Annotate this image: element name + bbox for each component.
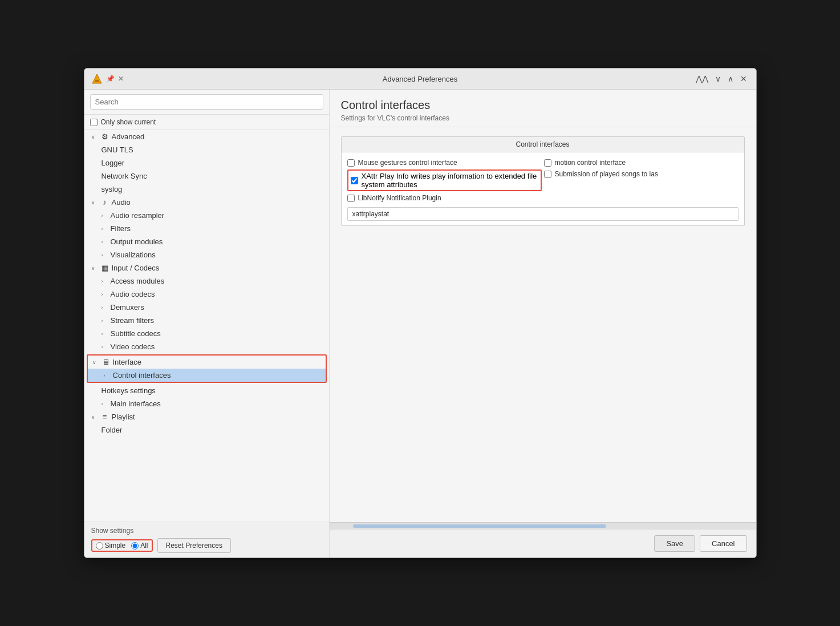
sidebar-item-advanced[interactable]: ∨ ⚙ Advanced xyxy=(84,130,329,143)
sidebar-item-label: syslog xyxy=(102,185,123,193)
submission-checkbox[interactable] xyxy=(544,171,551,178)
sidebar-item-input-codecs[interactable]: ∨ ▦ Input / Codecs xyxy=(84,261,329,274)
expand-icon: ∨ xyxy=(91,134,98,140)
sidebar-item-playlist[interactable]: ∨ ≡ Playlist xyxy=(84,410,329,423)
sidebar-item-access-modules[interactable]: › Access modules xyxy=(84,274,329,288)
sidebar-item-visualizations[interactable]: › Visualizations xyxy=(84,248,329,261)
sidebar-item-label: Audio codecs xyxy=(111,290,155,298)
sidebar-item-subtitle-codecs[interactable]: › Subtitle codecs xyxy=(84,327,329,340)
mouse-gestures-checkbox[interactable] xyxy=(347,159,355,167)
audio-icon: ♪ xyxy=(100,198,109,207)
save-button[interactable]: Save xyxy=(654,535,695,552)
radio-all-label[interactable]: All xyxy=(131,542,148,550)
sidebar-item-label: Access modules xyxy=(111,277,165,285)
submission-label: Submission of played songs to las xyxy=(555,170,658,178)
bottom-bar: Show settings Simple All Reset Preferenc… xyxy=(84,522,329,558)
sidebar-item-folder[interactable]: Folder xyxy=(84,423,329,437)
sidebar-item-label: Audio xyxy=(112,198,131,207)
radio-simple-label[interactable]: Simple xyxy=(96,542,126,550)
sidebar-item-gnu-tls[interactable]: GNU TLS xyxy=(84,143,329,156)
panel-subtitle: Settings for VLC's control interfaces xyxy=(341,114,745,122)
pin-icon: 📌 xyxy=(106,75,115,83)
sidebar-item-demuxers[interactable]: › Demuxers xyxy=(84,301,329,314)
reset-preferences-button[interactable]: Reset Preferences xyxy=(157,538,231,553)
xattr-row-highlighted: XAttr Play Info writes play information … xyxy=(347,169,542,191)
sidebar-item-label: Input / Codecs xyxy=(112,264,160,272)
expand-icon: › xyxy=(102,318,108,324)
sidebar-item-label: Folder xyxy=(102,426,123,434)
sidebar-item-logger[interactable]: Logger xyxy=(84,156,329,169)
radio-all[interactable] xyxy=(131,542,139,550)
expand-icon: › xyxy=(102,252,108,258)
expand-icon: ∨ xyxy=(92,360,99,365)
sidebar-item-interface[interactable]: ∨ 🖥 Interface xyxy=(88,356,326,369)
sidebar-item-video-codecs[interactable]: › Video codecs xyxy=(84,340,329,353)
search-input[interactable] xyxy=(90,94,323,110)
minimize-btn[interactable]: ∨ xyxy=(713,73,723,84)
jump-up-btn[interactable]: ⋀⋀ xyxy=(693,73,711,84)
sidebar-item-control-interfaces[interactable]: › Control interfaces xyxy=(88,369,326,382)
playlist-icon: ≡ xyxy=(100,413,109,421)
xattr-text-field[interactable] xyxy=(347,207,738,221)
sidebar-item-label: Control interfaces xyxy=(113,371,171,379)
bottom-controls: Simple All Reset Preferences xyxy=(91,538,322,553)
mouse-gestures-label: Mouse gestures control interface xyxy=(358,159,457,167)
text-input-row xyxy=(347,207,738,221)
sidebar-item-output-modules[interactable]: › Output modules xyxy=(84,235,329,248)
close-btn[interactable]: ✕ xyxy=(738,73,749,84)
xattr-label: XAttr Play Info writes play information … xyxy=(362,172,538,189)
expand-icon: › xyxy=(102,305,108,310)
titlebar-left: 📌 ✕ xyxy=(91,73,124,84)
cancel-button[interactable]: Cancel xyxy=(700,535,746,552)
panel-content: Control interfaces Mouse gestures contro… xyxy=(330,127,756,522)
expand-icon: › xyxy=(102,401,108,407)
expand-icon: › xyxy=(104,373,111,378)
checkboxes-grid: Mouse gestures control interface XAttr P… xyxy=(347,157,738,204)
interface-border: ∨ 🖥 Interface › Control interfaces xyxy=(87,354,327,383)
sidebar-item-audio[interactable]: ∨ ♪ Audio xyxy=(84,196,329,209)
sidebar-item-audio-codecs[interactable]: › Audio codecs xyxy=(84,288,329,301)
sidebar-item-label: Network Sync xyxy=(102,172,147,180)
expand-icon: ∨ xyxy=(91,200,98,205)
expand-icon: ∨ xyxy=(91,414,98,420)
only-show-current-checkbox[interactable] xyxy=(90,119,98,126)
content-area: Only show current ∨ ⚙ Advanced GNU TLS L… xyxy=(84,90,756,558)
expand-icon: › xyxy=(102,344,108,350)
maximize-btn[interactable]: ∧ xyxy=(725,73,736,84)
window-title: Advanced Preferences xyxy=(383,75,458,83)
sidebar-item-filters[interactable]: › Filters xyxy=(84,222,329,235)
panel-header: Control interfaces Settings for VLC's co… xyxy=(330,90,756,127)
only-show-current-row: Only show current xyxy=(84,115,329,130)
motion-checkbox[interactable] xyxy=(544,159,551,167)
expand-icon: › xyxy=(102,213,108,219)
sidebar-item-audio-resampler[interactable]: › Audio resampler xyxy=(84,209,329,222)
radio-simple[interactable] xyxy=(96,542,103,550)
sidebar-item-label: Hotkeys settings xyxy=(102,386,156,395)
sidebar-item-syslog[interactable]: syslog xyxy=(84,183,329,196)
sidebar-item-stream-filters[interactable]: › Stream filters xyxy=(84,314,329,327)
sidebar-item-label: Playlist xyxy=(112,413,135,421)
sidebar-item-hotkeys-settings[interactable]: Hotkeys settings xyxy=(84,384,329,397)
section-title: Control interfaces xyxy=(342,137,744,152)
window-controls: ⋀⋀ ∨ ∧ ✕ xyxy=(693,73,749,84)
scrollbar-area[interactable] xyxy=(330,522,756,529)
vlc-icon xyxy=(91,73,103,84)
sidebar-item-main-interfaces[interactable]: › Main interfaces xyxy=(84,397,329,410)
libnotify-checkbox[interactable] xyxy=(347,195,355,202)
sidebar-item-label: Interface xyxy=(113,358,142,366)
sidebar-item-label: Main interfaces xyxy=(111,399,161,408)
sidebar-item-label: Stream filters xyxy=(111,316,155,325)
libnotify-row: LibNotify Notification Plugin xyxy=(347,192,542,204)
main-panel: Control interfaces Settings for VLC's co… xyxy=(330,90,756,558)
show-settings-label: Show settings xyxy=(91,527,322,535)
sidebar-item-label: Output modules xyxy=(111,237,163,246)
section-body: Mouse gestures control interface XAttr P… xyxy=(342,152,744,225)
sidebar-item-label: Subtitle codecs xyxy=(111,329,161,338)
expand-icon: › xyxy=(102,239,108,245)
radio-group: Simple All xyxy=(91,539,153,552)
sidebar-item-label: Visualizations xyxy=(111,251,156,259)
xattr-checkbox[interactable] xyxy=(351,177,358,184)
sidebar-item-label: Demuxers xyxy=(111,303,144,312)
sidebar-item-network-sync[interactable]: Network Sync xyxy=(84,169,329,183)
sidebar-item-label: Logger xyxy=(102,159,124,167)
